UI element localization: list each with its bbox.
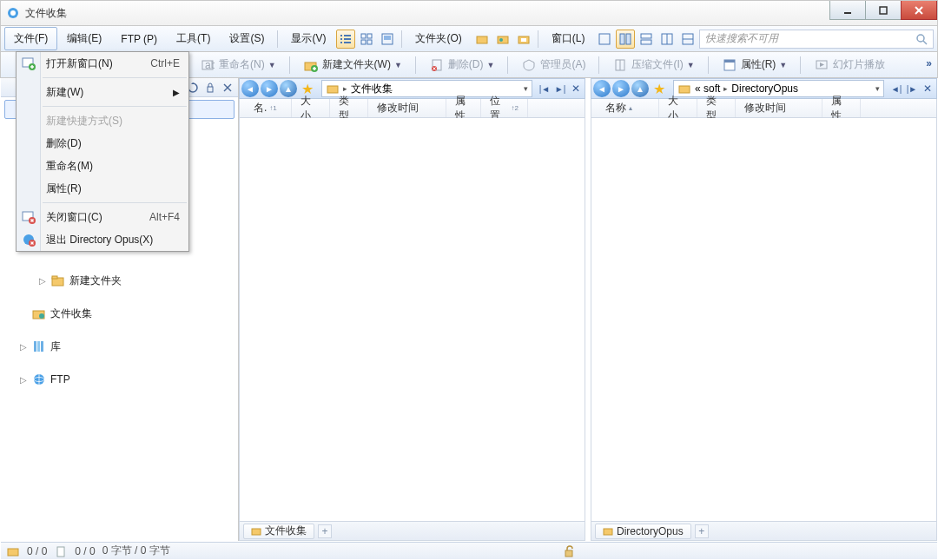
breadcrumb-right[interactable]: « soft ▸ DirectoryOpus ▾ — [673, 80, 884, 97]
col-size[interactable]: 大小 — [292, 99, 330, 117]
menu-exit[interactable]: 退出 Directory Opus(X) — [17, 228, 188, 251]
folder-opt3-icon[interactable] — [514, 30, 533, 49]
layout5-icon[interactable] — [678, 30, 697, 49]
svg-rect-26 — [641, 34, 651, 38]
quick-search-input[interactable]: 快速搜索不可用 — [699, 30, 934, 49]
nav-next-icon[interactable]: |► — [905, 82, 919, 96]
file-list-right[interactable] — [591, 118, 937, 522]
menu-file[interactable]: 文件(F) — [4, 27, 57, 50]
menu-close-window[interactable]: 关闭窗口(C) Alt+F4 — [17, 206, 188, 228]
minimize-button[interactable] — [829, 1, 866, 20]
slideshow-button[interactable]: 幻灯片播放 — [808, 55, 891, 76]
up-button[interactable]: ▲ — [631, 80, 649, 97]
tree-new-folder[interactable]: ▷ 新建文件夹 — [1, 270, 238, 291]
admin-button[interactable]: 管理员(A) — [515, 55, 591, 76]
layout3-icon[interactable] — [637, 30, 656, 49]
menu-folders[interactable]: 文件夹(O) — [406, 27, 471, 50]
forward-button[interactable]: ► — [612, 80, 630, 97]
back-button[interactable]: ◄ — [241, 80, 259, 97]
tree-ftp[interactable]: ▷ FTP — [1, 369, 238, 390]
view-thumbs-icon[interactable] — [378, 30, 397, 49]
col-size[interactable]: 大小 — [659, 99, 697, 117]
menu-ftp[interactable]: FTP (P) — [111, 29, 167, 49]
nav-prev-icon[interactable]: ◄| — [889, 82, 903, 96]
view-list-icon[interactable] — [357, 30, 376, 49]
col-mtime[interactable]: 修改时间 — [368, 99, 446, 117]
slideshow-icon — [814, 57, 829, 73]
layout1-icon[interactable] — [595, 30, 614, 49]
close-tab-icon[interactable]: ✕ — [921, 82, 935, 96]
menu-settings[interactable]: 设置(S) — [220, 27, 274, 50]
svg-rect-14 — [361, 40, 366, 44]
menu-tools[interactable]: 工具(T) — [167, 27, 220, 50]
rename-button[interactable]: ab 重命名(N)▼ — [194, 55, 282, 76]
folder-icon — [326, 82, 340, 96]
new-tab-button[interactable]: + — [318, 524, 332, 538]
new-tab-button[interactable]: + — [695, 524, 709, 538]
tree-library[interactable]: ▷ 库 — [1, 336, 238, 357]
delete-button[interactable]: 删除(D)▼ — [423, 55, 501, 76]
properties-button[interactable]: 属性(R)▼ — [716, 55, 794, 76]
svg-rect-77 — [252, 529, 261, 535]
bytes-count: 0 字节 / 0 字节 — [102, 544, 170, 558]
new-folder-button[interactable]: 新建文件夹(W)▼ — [297, 55, 408, 76]
expand-icon[interactable]: ▷ — [18, 342, 28, 352]
forward-button[interactable]: ► — [261, 80, 278, 97]
col-attr[interactable]: 属性 — [446, 99, 481, 117]
properties-icon — [722, 57, 737, 73]
menu-display[interactable]: 显示(V) — [281, 27, 335, 50]
expand-icon[interactable]: ▷ — [18, 375, 28, 385]
favorites-icon[interactable]: ★ — [651, 80, 668, 97]
up-button[interactable]: ▲ — [280, 80, 297, 97]
layout-dual-icon[interactable] — [616, 30, 635, 49]
col-name[interactable]: 名称▴ — [597, 99, 659, 117]
file-count-icon — [54, 544, 68, 558]
file-list-left[interactable] — [239, 118, 585, 522]
col-name[interactable]: 名.↑1 — [245, 99, 292, 117]
col-mtime[interactable]: 修改时间 — [736, 99, 822, 117]
svg-rect-18 — [477, 36, 487, 43]
tab-right-0[interactable]: DirectoryOpus — [595, 524, 691, 539]
view-details-icon[interactable] — [336, 30, 355, 49]
rename-icon: ab — [200, 57, 215, 73]
svg-rect-12 — [361, 34, 366, 38]
menu-open-new-window[interactable]: 打开新窗口(N) Ctrl+E — [17, 52, 188, 75]
svg-rect-17 — [384, 36, 391, 40]
menu-delete[interactable]: 删除(D) — [17, 132, 188, 155]
svg-rect-13 — [367, 34, 372, 38]
maximize-button[interactable] — [865, 1, 902, 20]
folder-opt1-icon[interactable] — [472, 30, 492, 49]
menu-rename[interactable]: 重命名(M) — [17, 155, 188, 177]
menu-new[interactable]: 新建(W) ▶ — [17, 81, 188, 103]
ftp-icon — [31, 372, 47, 387]
close-tab-icon[interactable]: ✕ — [569, 82, 583, 96]
col-pos[interactable]: 位置↑2 — [481, 99, 528, 117]
svg-rect-25 — [626, 34, 631, 44]
svg-point-32 — [917, 35, 924, 42]
close-button[interactable] — [901, 1, 937, 20]
col-type[interactable]: 类型 — [330, 99, 368, 117]
tabs-right: DirectoryOpus + — [591, 522, 937, 541]
toolbar-overflow-icon[interactable]: » — [926, 57, 932, 69]
tree-close-icon[interactable] — [221, 81, 234, 95]
menu-properties[interactable]: 属性(R) — [17, 177, 188, 200]
location-bar-left: ◄ ► ▲ ★ ▸ 文件收集 ▾ |◄ ►| ✕ — [239, 78, 585, 99]
svg-rect-22 — [521, 38, 526, 42]
exit-icon — [21, 232, 36, 247]
nav-next-icon[interactable]: ►| — [553, 82, 567, 96]
tab-left-0[interactable]: 文件收集 — [243, 524, 314, 539]
app-icon — [6, 6, 20, 20]
menu-edit[interactable]: 编辑(E) — [57, 27, 111, 50]
back-button[interactable]: ◄ — [593, 80, 611, 97]
col-type[interactable]: 类型 — [697, 99, 736, 117]
tree-file-collection[interactable]: 文件收集 — [1, 303, 238, 324]
compress-button[interactable]: 压缩文件(I)▼ — [606, 55, 700, 76]
tree-lock-icon[interactable] — [203, 81, 217, 95]
svg-marker-49 — [820, 63, 824, 67]
layout4-icon[interactable] — [657, 30, 677, 49]
folder-opt2-icon[interactable] — [493, 30, 512, 49]
col-attr[interactable]: 属性 — [822, 99, 861, 117]
menu-windows[interactable]: 窗口(L) — [542, 27, 595, 50]
nav-prev-icon[interactable]: |◄ — [538, 82, 552, 96]
expand-icon[interactable]: ▷ — [37, 276, 47, 286]
